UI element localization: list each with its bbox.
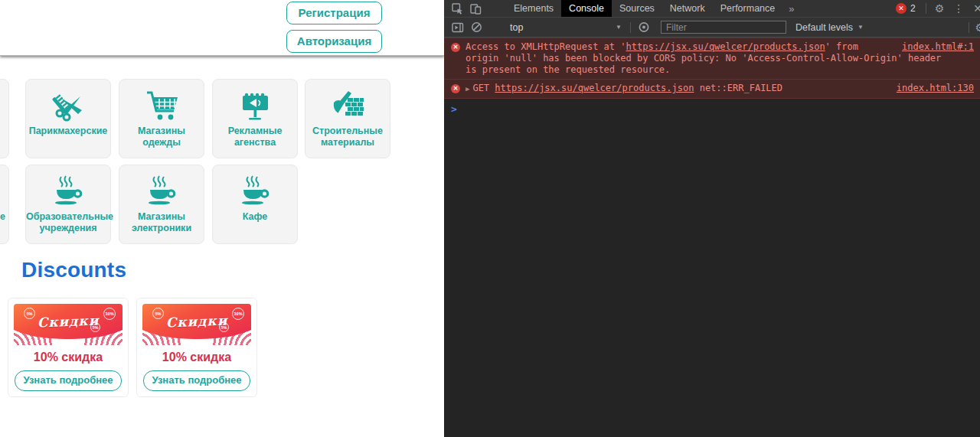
console-toolbar-right: ⚙: [965, 21, 980, 34]
category-label-partial: ие: [0, 211, 8, 223]
category-tile-hairdressers[interactable]: Парикмахерские: [25, 79, 111, 158]
error-text: ' from: [825, 41, 858, 52]
trowel-bricks-icon: [329, 90, 366, 122]
console-prompt[interactable]: >: [444, 99, 980, 119]
tab-sources[interactable]: Sources: [612, 0, 662, 17]
percent-badge: 10%: [103, 308, 116, 320]
chevron-down-icon: ▼: [616, 24, 622, 31]
error-count: 2: [910, 3, 916, 14]
devtools-tabbar-right: ✕ 2 ⚙ ⋮ ✕: [896, 2, 980, 15]
learn-more-button[interactable]: Узнать подробнее: [143, 370, 250, 391]
expand-triangle-icon[interactable]: ▶: [466, 85, 469, 93]
error-source-link[interactable]: index.html:130: [897, 83, 974, 94]
chevron-down-icon: ▼: [858, 24, 864, 31]
percent-badge: 10%: [232, 308, 244, 320]
discount-amount-text: 10% скидка: [14, 351, 122, 364]
category-tile-partial-row1[interactable]: [0, 79, 9, 158]
category-label: Рекламные агенства: [213, 126, 297, 148]
error-status: net::ERR_FAILED: [694, 83, 782, 93]
category-label: Кафе: [213, 211, 297, 223]
web-page-pane: Регистрация Авторизация Парикмах: [0, 0, 444, 437]
settings-gear-icon[interactable]: ⚙: [930, 2, 949, 15]
category-label: Строительные материалы: [305, 126, 390, 148]
percent-badge: 5%: [219, 322, 229, 332]
console-sidebar-toggle-icon[interactable]: [449, 19, 467, 36]
console-error-get-failed: ✕ index.html:130 ▶GET https://jsx.su/qwe…: [444, 80, 980, 99]
discount-card: 5% 10% 5% Скидки 10% скидка Узнать подро…: [136, 298, 257, 397]
live-expression-eye-icon[interactable]: [635, 19, 653, 36]
context-value: top: [510, 22, 523, 33]
category-tile-cafe[interactable]: Кафе: [212, 165, 298, 244]
error-method: GET: [472, 83, 489, 93]
console-settings-gear-icon[interactable]: ⚙: [973, 21, 980, 34]
category-tile-educational[interactable]: Образовательные учреждения: [25, 165, 111, 244]
console-error-cors: ✕ index.html#:1 Access to XMLHttpRequest…: [444, 38, 980, 80]
shopping-cart-icon: [143, 90, 180, 122]
device-toolbar-icon[interactable]: [466, 0, 485, 17]
clear-console-icon[interactable]: [467, 19, 485, 36]
discounts-heading: Discounts: [21, 258, 126, 282]
more-tabs-chevron[interactable]: »: [782, 0, 800, 17]
divider: [969, 22, 969, 33]
prompt-chevron-icon: >: [451, 103, 457, 115]
category-tile-building-materials[interactable]: Строительные материалы: [305, 79, 390, 158]
error-badge-icon[interactable]: ✕: [896, 3, 906, 14]
devtools-tab-bar: Elements Console Sources Network Perform…: [444, 0, 980, 18]
levels-value: Default levels: [795, 22, 853, 33]
discount-amount-text: 10% скидка: [142, 351, 251, 364]
page-header: Регистрация Авторизация: [0, 0, 444, 56]
category-tile-electronics-stores[interactable]: Магазины электроники: [119, 165, 204, 244]
tab-performance[interactable]: Performance: [713, 0, 783, 17]
divider: [630, 22, 631, 33]
register-button[interactable]: Регистрация: [286, 2, 382, 24]
tab-console[interactable]: Console: [561, 0, 612, 17]
console-messages: ✕ index.html#:1 Access to XMLHttpRequest…: [444, 38, 980, 119]
error-source-link[interactable]: index.html#:1: [902, 41, 974, 53]
category-label: Парикмахерские: [26, 126, 110, 137]
console-filter-input[interactable]: [661, 21, 786, 34]
percent-badge: 5%: [152, 308, 164, 319]
category-label: Магазины одежды: [119, 126, 204, 148]
discount-banner-image: 5% 10% 5% Скидки: [142, 304, 251, 345]
category-tile-partial-row2[interactable]: ие: [0, 165, 9, 244]
discount-card: 5% 10% 5% Скидки 10% скидка Узнать подро…: [8, 298, 129, 397]
inspect-element-icon[interactable]: [448, 0, 466, 17]
error-circle-icon: ✕: [451, 43, 460, 52]
coffee-cup-icon: [237, 175, 273, 207]
log-levels-dropdown[interactable]: Default levels ▼: [795, 22, 864, 33]
devtools-tabs: Elements Console Sources Network Perform…: [506, 0, 800, 17]
tab-elements[interactable]: Elements: [506, 0, 561, 17]
billboard-icon: [237, 90, 273, 122]
tab-network[interactable]: Network: [662, 0, 713, 17]
discount-banner-image: 5% 10% 5% Скидки: [14, 304, 122, 345]
login-button[interactable]: Авторизация: [286, 30, 382, 53]
coffee-cup-icon: [143, 175, 180, 207]
screenshot-root: Регистрация Авторизация Парикмах: [0, 0, 980, 437]
error-circle-icon: ✕: [451, 84, 460, 93]
console-toolbar: top ▼ Default levels ▼ ⚙: [444, 18, 980, 38]
request-url-link[interactable]: https://jsx.su/qwelcer/products.json: [495, 83, 694, 93]
divider: [926, 3, 926, 14]
percent-badge: 5%: [24, 308, 35, 319]
error-text: origin 'null' has been blocked by CORS p…: [466, 53, 941, 64]
devtools-pane: Elements Console Sources Network Perform…: [444, 0, 980, 437]
category-label: Магазины электроники: [119, 211, 204, 234]
kebab-menu-icon[interactable]: ⋮: [949, 2, 969, 15]
request-url-link[interactable]: https://jsx.su/qwelcer/products.json: [626, 41, 825, 52]
close-devtools-icon[interactable]: ✕: [969, 2, 980, 15]
error-text: is present on the requested resource.: [466, 64, 670, 75]
category-label: Образовательные учреждения: [26, 211, 110, 234]
percent-badge: 5%: [90, 322, 100, 332]
execution-context-select[interactable]: top ▼: [505, 22, 626, 33]
learn-more-button[interactable]: Узнать подробнее: [15, 370, 122, 391]
category-tile-ad-agencies[interactable]: Рекламные агенства: [212, 79, 298, 158]
scissors-comb-icon: [50, 90, 87, 122]
category-tile-clothing-stores[interactable]: Магазины одежды: [119, 79, 204, 158]
error-text: Access to XMLHttpRequest at ': [466, 41, 626, 52]
coffee-cup-icon: [50, 175, 87, 207]
